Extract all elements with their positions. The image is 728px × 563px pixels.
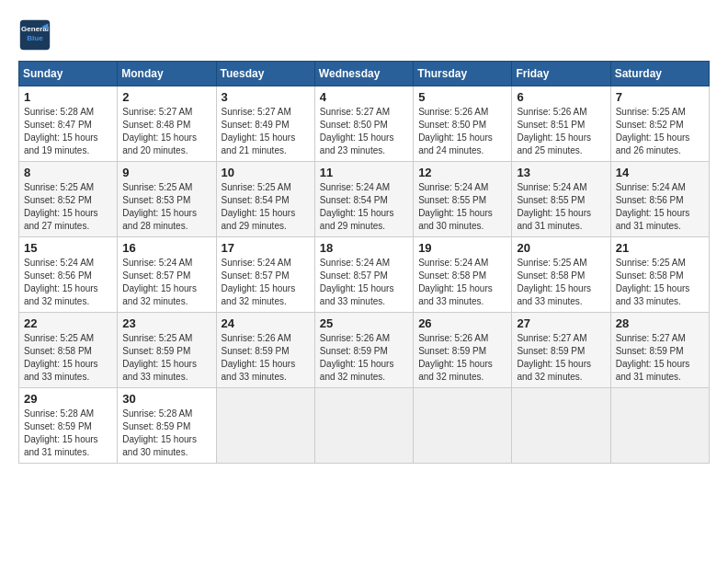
- day-number: 14: [616, 166, 704, 179]
- column-header-friday: Friday: [512, 62, 610, 86]
- day-number: 5: [418, 90, 506, 104]
- day-detail: Sunrise: 5:26 AM Sunset: 8:59 PM Dayligh…: [320, 332, 408, 384]
- calendar-cell: 7Sunrise: 5:25 AM Sunset: 8:52 PM Daylig…: [610, 86, 709, 162]
- day-detail: Sunrise: 5:24 AM Sunset: 8:55 PM Dayligh…: [418, 181, 506, 233]
- day-detail: Sunrise: 5:24 AM Sunset: 8:57 PM Dayligh…: [122, 257, 210, 308]
- day-number: 13: [517, 166, 605, 179]
- calendar-cell: 20Sunrise: 5:25 AM Sunset: 8:58 PM Dayli…: [512, 237, 610, 313]
- day-detail: Sunrise: 5:24 AM Sunset: 8:57 PM Dayligh…: [320, 257, 408, 308]
- calendar-cell: 25Sunrise: 5:26 AM Sunset: 8:59 PM Dayli…: [314, 313, 413, 388]
- calendar-cell: 14Sunrise: 5:24 AM Sunset: 8:56 PM Dayli…: [610, 162, 709, 237]
- day-detail: Sunrise: 5:28 AM Sunset: 8:59 PM Dayligh…: [122, 408, 210, 459]
- day-detail: Sunrise: 5:27 AM Sunset: 8:50 PM Dayligh…: [320, 106, 408, 157]
- day-detail: Sunrise: 5:25 AM Sunset: 8:52 PM Dayligh…: [24, 181, 112, 233]
- day-detail: Sunrise: 5:25 AM Sunset: 8:53 PM Dayligh…: [122, 181, 210, 233]
- day-detail: Sunrise: 5:25 AM Sunset: 8:54 PM Dayligh…: [222, 181, 310, 233]
- logo-icon: General Blue: [18, 18, 51, 52]
- column-header-wednesday: Wednesday: [314, 62, 413, 86]
- day-number: 6: [517, 90, 605, 104]
- day-number: 9: [122, 166, 210, 179]
- calendar-cell: 8Sunrise: 5:25 AM Sunset: 8:52 PM Daylig…: [19, 162, 118, 237]
- day-number: 22: [24, 316, 112, 330]
- column-header-saturday: Saturday: [610, 62, 709, 86]
- day-number: 21: [616, 241, 704, 255]
- day-number: 19: [418, 241, 506, 255]
- calendar-cell: [610, 388, 709, 464]
- day-number: 28: [616, 316, 704, 330]
- day-number: 23: [122, 316, 210, 330]
- calendar-cell: 15Sunrise: 5:24 AM Sunset: 8:56 PM Dayli…: [19, 237, 118, 313]
- calendar-cell: 9Sunrise: 5:25 AM Sunset: 8:53 PM Daylig…: [118, 162, 216, 237]
- calendar-cell: [512, 388, 610, 464]
- calendar-cell: 28Sunrise: 5:27 AM Sunset: 8:59 PM Dayli…: [610, 313, 709, 388]
- calendar-week-2: 8Sunrise: 5:25 AM Sunset: 8:52 PM Daylig…: [19, 162, 710, 237]
- calendar-cell: 13Sunrise: 5:24 AM Sunset: 8:55 PM Dayli…: [512, 162, 610, 237]
- day-detail: Sunrise: 5:25 AM Sunset: 8:58 PM Dayligh…: [24, 332, 112, 384]
- day-number: 7: [616, 90, 704, 104]
- day-detail: Sunrise: 5:24 AM Sunset: 8:57 PM Dayligh…: [222, 257, 310, 308]
- calendar-cell: 10Sunrise: 5:25 AM Sunset: 8:54 PM Dayli…: [216, 162, 314, 237]
- day-detail: Sunrise: 5:24 AM Sunset: 8:55 PM Dayligh…: [517, 181, 605, 233]
- calendar-cell: [414, 388, 512, 464]
- calendar-cell: 30Sunrise: 5:28 AM Sunset: 8:59 PM Dayli…: [118, 388, 216, 464]
- day-detail: Sunrise: 5:26 AM Sunset: 8:59 PM Dayligh…: [222, 332, 310, 384]
- day-number: 1: [24, 90, 112, 104]
- day-number: 16: [122, 241, 210, 255]
- day-number: 4: [320, 90, 408, 104]
- calendar-cell: 18Sunrise: 5:24 AM Sunset: 8:57 PM Dayli…: [314, 237, 413, 313]
- day-detail: Sunrise: 5:24 AM Sunset: 8:56 PM Dayligh…: [24, 257, 112, 308]
- calendar-week-3: 15Sunrise: 5:24 AM Sunset: 8:56 PM Dayli…: [19, 237, 710, 313]
- page-header: General Blue: [18, 18, 710, 52]
- day-number: 10: [222, 166, 310, 179]
- day-number: 15: [24, 241, 112, 255]
- day-number: 20: [517, 241, 605, 255]
- day-number: 17: [222, 241, 310, 255]
- day-number: 12: [418, 166, 506, 179]
- calendar-cell: [216, 388, 314, 464]
- calendar-cell: 6Sunrise: 5:26 AM Sunset: 8:51 PM Daylig…: [512, 86, 610, 162]
- day-number: 11: [320, 166, 408, 179]
- column-header-thursday: Thursday: [414, 62, 512, 86]
- calendar-cell: 4Sunrise: 5:27 AM Sunset: 8:50 PM Daylig…: [314, 86, 413, 162]
- calendar-cell: 21Sunrise: 5:25 AM Sunset: 8:58 PM Dayli…: [610, 237, 709, 313]
- day-number: 26: [418, 316, 506, 330]
- calendar-cell: 11Sunrise: 5:24 AM Sunset: 8:54 PM Dayli…: [314, 162, 413, 237]
- calendar-header-row: SundayMondayTuesdayWednesdayThursdayFrid…: [19, 62, 710, 86]
- day-detail: Sunrise: 5:24 AM Sunset: 8:58 PM Dayligh…: [418, 257, 506, 308]
- column-header-tuesday: Tuesday: [216, 62, 314, 86]
- day-detail: Sunrise: 5:26 AM Sunset: 8:51 PM Dayligh…: [517, 106, 605, 157]
- day-number: 8: [24, 166, 112, 179]
- logo: General Blue: [18, 18, 57, 52]
- calendar-week-1: 1Sunrise: 5:28 AM Sunset: 8:47 PM Daylig…: [19, 86, 710, 162]
- day-detail: Sunrise: 5:28 AM Sunset: 8:59 PM Dayligh…: [24, 408, 112, 459]
- calendar-cell: 26Sunrise: 5:26 AM Sunset: 8:59 PM Dayli…: [414, 313, 512, 388]
- calendar-cell: [314, 388, 413, 464]
- calendar-cell: 3Sunrise: 5:27 AM Sunset: 8:49 PM Daylig…: [216, 86, 314, 162]
- calendar-cell: 22Sunrise: 5:25 AM Sunset: 8:58 PM Dayli…: [19, 313, 118, 388]
- column-header-sunday: Sunday: [19, 62, 118, 86]
- day-number: 18: [320, 241, 408, 255]
- calendar-body: 1Sunrise: 5:28 AM Sunset: 8:47 PM Daylig…: [19, 86, 710, 464]
- calendar-table: SundayMondayTuesdayWednesdayThursdayFrid…: [18, 61, 710, 464]
- calendar-cell: 23Sunrise: 5:25 AM Sunset: 8:59 PM Dayli…: [118, 313, 216, 388]
- calendar-cell: 5Sunrise: 5:26 AM Sunset: 8:50 PM Daylig…: [414, 86, 512, 162]
- day-number: 30: [122, 392, 210, 406]
- calendar-cell: 12Sunrise: 5:24 AM Sunset: 8:55 PM Dayli…: [414, 162, 512, 237]
- calendar-cell: 19Sunrise: 5:24 AM Sunset: 8:58 PM Dayli…: [414, 237, 512, 313]
- day-detail: Sunrise: 5:25 AM Sunset: 8:58 PM Dayligh…: [616, 257, 704, 308]
- calendar-cell: 27Sunrise: 5:27 AM Sunset: 8:59 PM Dayli…: [512, 313, 610, 388]
- calendar-cell: 1Sunrise: 5:28 AM Sunset: 8:47 PM Daylig…: [19, 86, 118, 162]
- day-detail: Sunrise: 5:27 AM Sunset: 8:49 PM Dayligh…: [222, 106, 310, 157]
- calendar-cell: 2Sunrise: 5:27 AM Sunset: 8:48 PM Daylig…: [118, 86, 216, 162]
- column-header-monday: Monday: [118, 62, 216, 86]
- day-number: 29: [24, 392, 112, 406]
- day-detail: Sunrise: 5:24 AM Sunset: 8:56 PM Dayligh…: [616, 181, 704, 233]
- day-detail: Sunrise: 5:27 AM Sunset: 8:48 PM Dayligh…: [122, 106, 210, 157]
- calendar-cell: 17Sunrise: 5:24 AM Sunset: 8:57 PM Dayli…: [216, 237, 314, 313]
- day-detail: Sunrise: 5:28 AM Sunset: 8:47 PM Dayligh…: [24, 106, 112, 157]
- day-detail: Sunrise: 5:25 AM Sunset: 8:59 PM Dayligh…: [122, 332, 210, 384]
- day-detail: Sunrise: 5:25 AM Sunset: 8:52 PM Dayligh…: [616, 106, 704, 157]
- day-detail: Sunrise: 5:27 AM Sunset: 8:59 PM Dayligh…: [517, 332, 605, 384]
- calendar-week-4: 22Sunrise: 5:25 AM Sunset: 8:58 PM Dayli…: [19, 313, 710, 388]
- day-detail: Sunrise: 5:26 AM Sunset: 8:50 PM Dayligh…: [418, 106, 506, 157]
